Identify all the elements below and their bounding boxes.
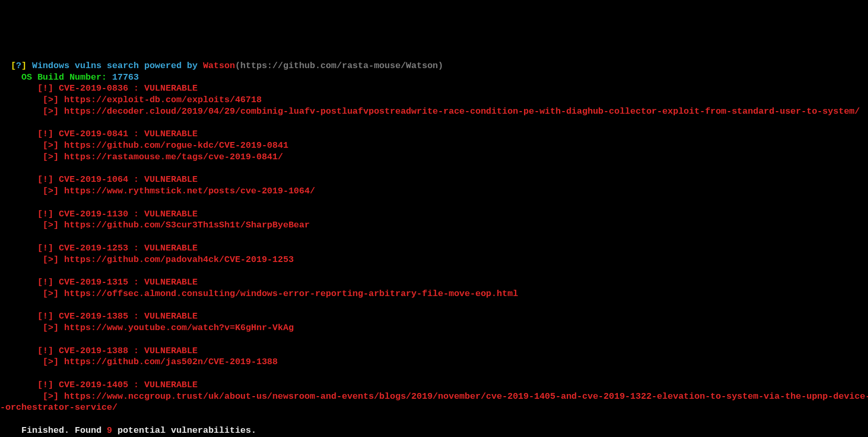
cve-id: CVE-2019-1315 : VULNERABLE	[59, 277, 197, 287]
vuln-block-8: [!] CVE-2019-1405 : VULNERABLE [>] https…	[0, 380, 868, 413]
header-title: Windows vulns search powered by	[32, 61, 203, 71]
question-bracket-open: [	[10, 61, 16, 71]
exploit-link: https://offsec.almond.consulting/windows…	[64, 289, 518, 299]
finished-suffix: potential vulnerabilities.	[112, 425, 256, 435]
vuln-block-6: [!] CVE-2019-1385 : VULNERABLE [>] https…	[0, 311, 294, 333]
exploit-link: https://www.rythmstick.net/posts/cve-201…	[64, 186, 315, 196]
exploit-link-wrap: -orchestrator-service/	[0, 402, 117, 412]
finished-line: Finished. Found 9 potential vulnerabilit…	[0, 425, 257, 435]
cve-id: CVE-2019-1130 : VULNERABLE	[59, 209, 197, 219]
header-line: [?] Windows vulns search powered by Wats…	[0, 61, 443, 71]
bang-marker: [!]	[37, 129, 59, 139]
arrow-marker: [>]	[37, 323, 64, 333]
vuln-block-2: [!] CVE-2019-1064 : VULNERABLE [>] https…	[0, 174, 315, 196]
exploit-link: https://github.com/S3cur3Th1sSh1t/SharpB…	[64, 220, 309, 230]
arrow-marker: [>]	[37, 357, 64, 367]
question-bracket-close: ]	[21, 61, 32, 71]
finished-prefix: Finished. Found	[21, 425, 107, 435]
arrow-marker: [>]	[37, 152, 64, 162]
arrow-marker: [>]	[37, 106, 64, 116]
cve-id: CVE-2019-1405 : VULNERABLE	[59, 380, 197, 390]
exploit-link: https://github.com/rogue-kdc/CVE-2019-08…	[64, 140, 288, 150]
vuln-block-3: [!] CVE-2019-1130 : VULNERABLE [>] https…	[0, 209, 310, 231]
exploit-link: https://github.com/jas502n/CVE-2019-1388	[64, 357, 277, 367]
bang-marker: [!]	[37, 311, 59, 321]
exploit-link: https://www.nccgroup.trust/uk/about-us/n…	[64, 391, 868, 401]
cve-id: CVE-2019-1064 : VULNERABLE	[59, 174, 197, 184]
os-value: 17763	[112, 72, 139, 82]
cve-id: CVE-2019-1253 : VULNERABLE	[59, 243, 197, 253]
terminal-output: [?] Windows vulns search powered by Wats…	[0, 46, 868, 437]
bang-marker: [!]	[37, 277, 59, 287]
bang-marker: [!]	[37, 83, 59, 93]
finished-count: 9	[107, 425, 112, 435]
os-line: OS Build Number: 17763	[0, 72, 139, 82]
vuln-block-1: [!] CVE-2019-0841 : VULNERABLE [>] https…	[0, 129, 288, 162]
exploit-link: https://www.youtube.com/watch?v=K6gHnr-V…	[64, 323, 294, 333]
vuln-block-4: [!] CVE-2019-1253 : VULNERABLE [>] https…	[0, 243, 294, 265]
bang-marker: [!]	[37, 174, 59, 184]
exploit-link: https://github.com/padovah4ck/CVE-2019-1…	[64, 255, 294, 265]
arrow-marker: [>]	[37, 289, 64, 299]
arrow-marker: [>]	[37, 95, 64, 105]
vuln-block-0: [!] CVE-2019-0836 : VULNERABLE [>] https…	[0, 83, 860, 116]
vuln-block-5: [!] CVE-2019-1315 : VULNERABLE [>] https…	[0, 277, 518, 299]
exploit-link: https://exploit-db.com/exploits/46718	[64, 95, 261, 105]
arrow-marker: [>]	[37, 186, 64, 196]
arrow-marker: [>]	[37, 220, 64, 230]
question-mark: ?	[16, 61, 21, 71]
cve-id: CVE-2019-0841 : VULNERABLE	[59, 129, 197, 139]
bang-marker: [!]	[37, 209, 59, 219]
cve-id: CVE-2019-1385 : VULNERABLE	[59, 311, 197, 321]
exploit-link: https://decoder.cloud/2019/04/29/combini…	[64, 106, 860, 116]
bang-marker: [!]	[37, 346, 59, 356]
watson-url: (https://github.com/rasta-mouse/Watson)	[235, 61, 443, 71]
bang-marker: [!]	[37, 243, 59, 253]
vuln-block-7: [!] CVE-2019-1388 : VULNERABLE [>] https…	[0, 346, 278, 367]
arrow-marker: [>]	[37, 140, 64, 150]
bang-marker: [!]	[37, 380, 59, 390]
cve-id: CVE-2019-0836 : VULNERABLE	[59, 83, 197, 93]
cve-id: CVE-2019-1388 : VULNERABLE	[59, 346, 197, 356]
os-label: OS Build Number:	[21, 72, 112, 82]
exploit-link: https://rastamouse.me/tags/cve-2019-0841…	[64, 152, 283, 162]
arrow-marker: [>]	[37, 391, 64, 401]
arrow-marker: [>]	[37, 255, 64, 265]
watson-word: Watson	[203, 61, 235, 71]
